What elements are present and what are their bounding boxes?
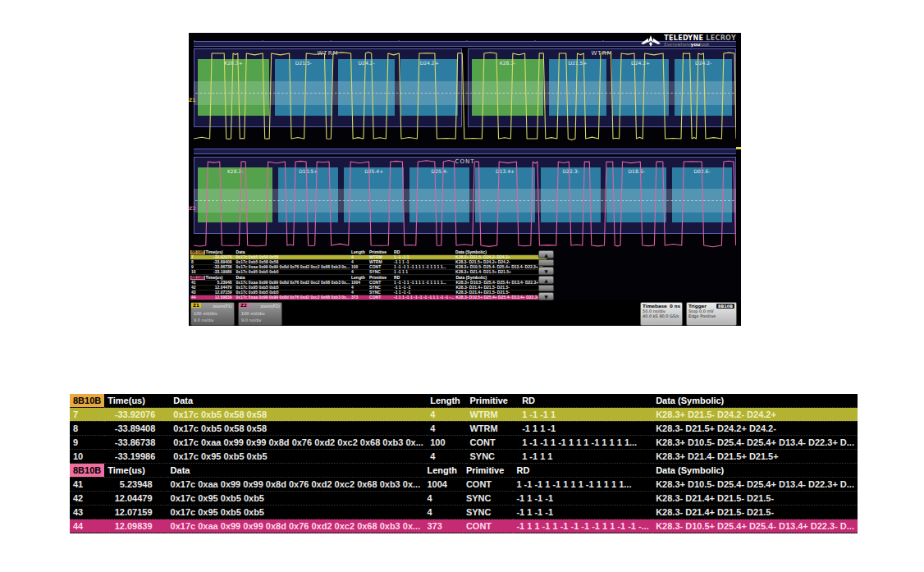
decode-cell: K28.3+ D10.5- D25.4- D25.4+ D13.4- D22.3… <box>652 478 858 492</box>
decode-table-zoom-2: 8B10BTime(us)DataLengthPrimitiveRDData (… <box>70 464 858 533</box>
decode-cell: 42 <box>70 492 104 506</box>
decode-cell: 1 -1 1 1 <box>519 450 652 464</box>
timebase-sampling: 40.0 kS 80.0 GS/s <box>641 313 682 318</box>
decode-cell: K28.3+ D10.5- D25.4- D25.4+ D13.4- D22.3… <box>455 265 547 270</box>
decode-cell: CONT <box>466 436 519 450</box>
decode-cell: K28.3- D21.4+ D21.5- D21.5- <box>652 506 858 519</box>
column-header: Length <box>423 464 462 478</box>
decode-row[interactable]: 10-33.199860x17c 0x95 0xb5 0xb54SYNC1 -1… <box>190 270 547 275</box>
decode-cell: 0x17c 0xaa 0x99 0x99 0x8d 0x76 0xd2 0xc2… <box>167 519 424 533</box>
decode-cell: 373 <box>350 295 368 300</box>
z2-tab: Z2 <box>239 303 249 308</box>
decode-cell: K28.3- D10.5+ D25.4+ D25.4- D13.4+ D22.3… <box>455 295 547 300</box>
brand-text: TELEDYNE LECROY <box>664 34 736 42</box>
column-header: Data (Symbolic) <box>652 464 858 478</box>
decode-cell: 41 <box>70 478 104 492</box>
decode-table-enlarged: 8B10BTime(us)DataLengthPrimitiveRDData (… <box>70 394 858 533</box>
decode-cell: K28.3+ D10.5- D25.4- D25.4+ D13.4- D22.3… <box>455 281 547 286</box>
decode-cell: 0x17c 0xaa 0x99 0x99 0x8d 0x76 0xd2 0xc2… <box>236 281 350 286</box>
z1-descriptor-box[interactable]: Z1 zoom(F1) 100 mV/div 9.0 ns/div <box>190 302 235 326</box>
z1-timescale: 9.0 ns/div <box>194 318 214 323</box>
decode-cell: K28.3+ D21.4- D21.5+ D21.5+ <box>455 270 547 275</box>
decode-cell: 9 <box>70 436 104 450</box>
decode-cell: 1 -1 -1 1 -1 1 1 1 -1 1 1 1 1... <box>513 478 652 492</box>
decode-row[interactable]: 10-33.199860x17c 0x95 0xb5 0xb54SYNC1 -1… <box>70 450 858 464</box>
timebase-box[interactable]: Timebase0 ns 50.0 ns/div 40.0 kS 80.0 GS… <box>640 302 683 326</box>
scroll-thumb[interactable] <box>538 285 554 291</box>
decoder-badge[interactable]: 8B10B <box>190 276 205 281</box>
z1-tab: Z1 <box>191 303 201 308</box>
decode-cell: K28.3+ D21.5- D24.2- D24.2+ <box>652 408 858 422</box>
sequence-strip-middle <box>194 149 736 154</box>
teledyne-logo-icon <box>641 35 661 47</box>
decode-cell: 4 <box>350 270 368 275</box>
decode-cell: SYNC <box>466 450 519 464</box>
decode-cell: CONT <box>463 519 514 533</box>
brand-tagline: Everywhereyoulook <box>664 42 736 47</box>
decode-cell: -33.86738 <box>104 436 170 450</box>
decode-cell: 4 <box>427 450 466 464</box>
decode-cell: WTRM <box>466 422 519 436</box>
decode-cell: 0x17c 0xaa 0x99 0x99 0x8d 0x76 0xd2 0xc2… <box>167 478 424 492</box>
column-header: RD <box>519 394 652 408</box>
column-header: Primitive <box>466 394 519 408</box>
z2-descriptor-box[interactable]: Z2 zoom(F2) 100 mV/div 9.0 ns/div <box>238 302 282 326</box>
decode-cell: SYNC <box>463 506 514 519</box>
decode-cell: K28.3- D21.4+ D21.5- D21.5- <box>652 492 858 506</box>
waveform-trace <box>194 157 736 252</box>
decode-cell: 373 <box>423 519 462 533</box>
decode-cell: CONT <box>368 295 393 300</box>
decode-cell: 1 -1 -1 1 -1 1 1 1 -1 1 1 1 1... <box>519 436 652 450</box>
decode-cell: 12.04479 <box>104 492 167 506</box>
scrollbar-table-1: ▲ ▼ <box>538 250 554 275</box>
decode-cell: 0x17c 0xaa 0x99 0x99 0x8d 0x76 0xd2 0xc2… <box>170 436 427 450</box>
decode-row[interactable]: 4412.098390x17c 0xaa 0x99 0x99 0x8d 0x76… <box>70 519 858 533</box>
decode-cell: 1 -1 -1 1 -1 1 1 1 -1 1 1 1 1... <box>393 281 455 286</box>
trigger-type-badge: 8B10B <box>716 304 734 309</box>
z1-scale: 100 mV/div <box>194 311 217 316</box>
z2-source: zoom(F2) <box>260 304 280 309</box>
decode-cell: 100 <box>427 436 466 450</box>
column-header: Data <box>170 394 427 408</box>
decode-cell: CONT <box>463 478 514 492</box>
decode-cell: 0x17c 0xaa 0x99 0x99 0x8d 0x76 0xd2 0xc2… <box>236 265 350 270</box>
decode-cell: K28.3+ D21.4- D21.5+ D21.5+ <box>652 450 858 464</box>
decode-row[interactable]: 415.239480x17c 0xaa 0x99 0x99 0x8d 0x76 … <box>70 478 858 492</box>
decode-row[interactable]: 4212.044790x17c 0x95 0xb5 0xb54SYNC-1 1 … <box>70 492 858 506</box>
decode-cell: -33.92076 <box>104 408 170 422</box>
decode-cell: SYNC <box>463 492 514 506</box>
decode-table-header: 8B10BTime(us)DataLengthPrimitiveRDData (… <box>70 394 858 408</box>
decode-row[interactable]: 7-33.920760x17c 0xb5 0x58 0x584WTRM1 -1 … <box>70 408 858 422</box>
decode-cell: 4 <box>427 422 466 436</box>
decode-table-header: 8B10BTime(us)DataLengthPrimitiveRDData (… <box>70 464 858 478</box>
decode-row[interactable]: 4212.044790x17c 0x95 0xb5 0xb54SYNC-1 1 … <box>190 286 547 291</box>
decode-row[interactable]: 8-33.894080x17c 0xb5 0x58 0x584WTRM-1 1 … <box>70 422 858 436</box>
decode-cell: -1 1 -1 -1 <box>513 506 652 519</box>
scroll-down-button[interactable]: ▼ <box>538 267 554 275</box>
decode-cell: 44 <box>190 295 205 300</box>
decode-cell: 12.09839 <box>205 295 236 300</box>
decoder-badge[interactable]: 8B10B <box>70 464 104 478</box>
scroll-up-button[interactable]: ▲ <box>538 276 554 284</box>
decode-cell: -1 1 1 -1 <box>519 422 652 436</box>
decode-cell: 1 -1 -1 1 <box>519 408 652 422</box>
trigger-box[interactable]: Trigger8B10B Stop 0.0 mV Edge Positive <box>686 302 737 326</box>
decode-row[interactable]: 415.239480x17c 0xaa 0x99 0x99 0x8d 0x76 … <box>190 281 547 286</box>
decode-cell: K28.3- D10.5+ D25.4+ D25.4- D13.4+ D22.3… <box>652 519 858 533</box>
decode-row[interactable]: 4412.098390x17c 0xaa 0x99 0x99 0x8d 0x76… <box>190 295 547 300</box>
decoder-badge[interactable]: 8B10B <box>70 394 104 408</box>
decode-table-zoom-1: 8B10BTime(us)DataLengthPrimitiveRDData (… <box>70 394 858 464</box>
decode-cell: 12.09839 <box>104 519 167 533</box>
decode-cell: 7 <box>70 408 104 422</box>
scroll-down-button[interactable]: ▼ <box>538 292 554 300</box>
trace-label-z1: Z1 <box>189 97 196 103</box>
decode-row[interactable]: 4312.071590x17c 0x95 0xb5 0xb54SYNC-1 1 … <box>190 291 547 295</box>
column-header: Data <box>167 464 424 478</box>
decode-row[interactable]: 4312.071590x17c 0x95 0xb5 0xb54SYNC-1 1 … <box>70 506 858 519</box>
decode-cell: 0x17c 0xb5 0x58 0x58 <box>170 408 427 422</box>
teledyne-lecroy-logo: TELEDYNE LECROY Everywhereyoulook <box>641 34 736 47</box>
trigger-slope: Edge Positive <box>687 313 736 318</box>
scroll-thumb[interactable] <box>538 259 554 266</box>
decode-row[interactable]: 9-33.867380x17c 0xaa 0x99 0x99 0x8d 0x76… <box>70 436 858 450</box>
decode-table-z1: 8B10BTime(us)DataLengthPrimitiveRDData (… <box>190 250 547 275</box>
